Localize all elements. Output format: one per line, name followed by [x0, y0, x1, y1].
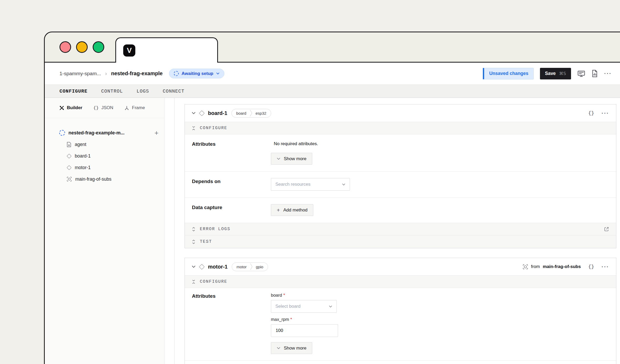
chevron-down-icon [277, 158, 280, 160]
depends-on-select[interactable]: Search resources [271, 178, 350, 191]
section-configure-label: CONFIGURE [200, 279, 227, 284]
configure-page: Builder {} JSON Frame nested-frag-exampl… [45, 98, 620, 364]
chevron-down-icon [277, 347, 280, 349]
report-document-icon[interactable] [592, 70, 598, 77]
save-button[interactable]: Save ⌘S [540, 68, 571, 79]
card-header: board-1 board esp32 {} ··· [185, 104, 616, 122]
show-more-button[interactable]: Show more [271, 342, 312, 354]
breadcrumb-project[interactable]: 1-spammy-spam... [59, 71, 101, 77]
pill-divider-icon [250, 263, 252, 270]
attributes-label: Attributes [192, 293, 271, 354]
card-overflow-menu-icon[interactable]: ··· [602, 264, 609, 270]
builder-sidebar: Builder {} JSON Frame nested-frag-exampl… [45, 98, 165, 364]
show-more-label: Show more [284, 346, 306, 351]
component-diamond-icon [199, 264, 205, 269]
add-resource-button[interactable]: + [155, 129, 158, 136]
card-header: motor-1 motor gpio from main-frag-of-sub… [185, 258, 616, 275]
fragment-icon [67, 176, 72, 182]
tab-logs[interactable]: LOGS [137, 89, 149, 94]
mode-builder[interactable]: Builder [59, 105, 82, 110]
attributes-label: Attributes [192, 141, 271, 165]
component-diamond-icon [67, 154, 71, 158]
collapse-card-chevron-icon[interactable] [192, 265, 196, 268]
depends-on-label: Depends on [192, 178, 271, 191]
collapse-card-chevron-icon[interactable] [192, 112, 196, 114]
field-name: max_rpm [271, 317, 289, 322]
tree-item-motor-1[interactable]: motor-1 [59, 162, 158, 173]
open-external-icon[interactable] [604, 227, 609, 231]
tab-connect[interactable]: CONNECT [163, 89, 185, 94]
breadcrumb-separator-icon: › [105, 70, 107, 77]
no-required-attributes-text: No required attributes. [274, 141, 318, 146]
section-configure[interactable]: CONFIGURE [185, 275, 616, 288]
tree-item-machine-part[interactable]: nested-frag-example-m... + [59, 127, 158, 139]
section-configure-label: CONFIGURE [200, 126, 227, 130]
json-braces-icon[interactable]: {} [588, 110, 594, 116]
component-type: board [236, 111, 246, 115]
component-diamond-icon [67, 165, 71, 170]
card-header-actions: {} ··· [588, 110, 609, 116]
close-window-icon[interactable] [59, 41, 71, 53]
awaiting-setup-spinner-icon [59, 130, 65, 136]
add-method-label: Add method [283, 208, 307, 213]
component-name: motor-1 [208, 264, 227, 270]
frame-axes-icon [124, 105, 129, 110]
component-model: gpio [256, 265, 263, 269]
chevron-down-icon [216, 72, 220, 75]
browser-tab[interactable]: V [115, 37, 218, 63]
viam-logo-icon: V [123, 44, 135, 57]
tab-control[interactable]: CONTROL [101, 89, 123, 94]
maximize-window-icon[interactable] [93, 41, 104, 53]
unsaved-changes-label: Unsaved changes [489, 71, 528, 76]
card-overflow-menu-icon[interactable]: ··· [602, 110, 609, 116]
mode-frame[interactable]: Frame [124, 105, 145, 110]
depends-on-row: Depends on Search resources [185, 172, 616, 198]
machine-status-badge[interactable]: Awaiting setup [169, 69, 225, 78]
json-braces-icon[interactable]: {} [588, 264, 594, 270]
header-overflow-menu-icon[interactable]: ··· [604, 70, 612, 77]
awaiting-setup-spinner-icon [174, 71, 179, 76]
component-model: esp32 [256, 111, 266, 115]
board-field-label: board* [271, 293, 285, 298]
tree-item-label: main-frag-of-subs [75, 176, 111, 182]
unsaved-changes-badge: Unsaved changes [483, 68, 534, 79]
tree-item-label: motor-1 [75, 165, 91, 170]
panel-divider[interactable] [165, 98, 175, 364]
max-rpm-field-label: max_rpm* [271, 317, 292, 322]
unfold-section-icon [192, 227, 195, 231]
component-type: motor [236, 265, 246, 269]
tree-item-label: agent [75, 142, 86, 147]
machine-status-label: Awaiting setup [182, 71, 214, 76]
chevron-down-icon [342, 183, 345, 186]
section-configure[interactable]: CONFIGURE [185, 122, 616, 134]
field-name: board [271, 293, 282, 297]
pill-divider-icon [250, 110, 252, 117]
tree-item-main-frag-of-subs[interactable]: main-frag-of-subs [59, 173, 158, 185]
card-header-actions: from main-frag-of-subs {} ··· [523, 264, 609, 270]
section-error-logs[interactable]: ERROR LOGS [185, 223, 616, 235]
add-method-button[interactable]: + Add method [271, 204, 313, 216]
component-type-model-pill: motor gpio [232, 262, 268, 271]
braces-icon: {} [93, 105, 99, 110]
board-select[interactable]: Select board [271, 300, 337, 313]
machine-part-name: nested-frag-example-m... [68, 130, 125, 136]
component-diamond-icon [199, 110, 205, 116]
builder-tools-icon [59, 105, 64, 110]
tree-item-label: board-1 [75, 153, 91, 159]
required-asterisk: * [290, 317, 292, 322]
section-test[interactable]: TEST [185, 235, 616, 248]
tree-item-agent[interactable]: agent [59, 139, 158, 150]
mode-json[interactable]: {} JSON [93, 105, 113, 110]
max-rpm-input[interactable] [271, 324, 338, 337]
mode-frame-label: Frame [132, 105, 145, 110]
machine-nav-tabs: CONFIGURE CONTROL LOGS CONNECT [45, 85, 620, 98]
machine-page-icon[interactable] [577, 70, 585, 77]
tab-configure[interactable]: CONFIGURE [59, 89, 87, 94]
show-more-button[interactable]: Show more [271, 153, 312, 165]
tree-item-board-1[interactable]: board-1 [59, 150, 158, 162]
board-select-placeholder: Select board [275, 304, 300, 309]
minimize-window-icon[interactable] [76, 41, 88, 53]
view-mode-toggles: Builder {} JSON Frame [45, 98, 164, 118]
traffic-lights [59, 41, 104, 53]
fold-section-icon [192, 280, 195, 284]
